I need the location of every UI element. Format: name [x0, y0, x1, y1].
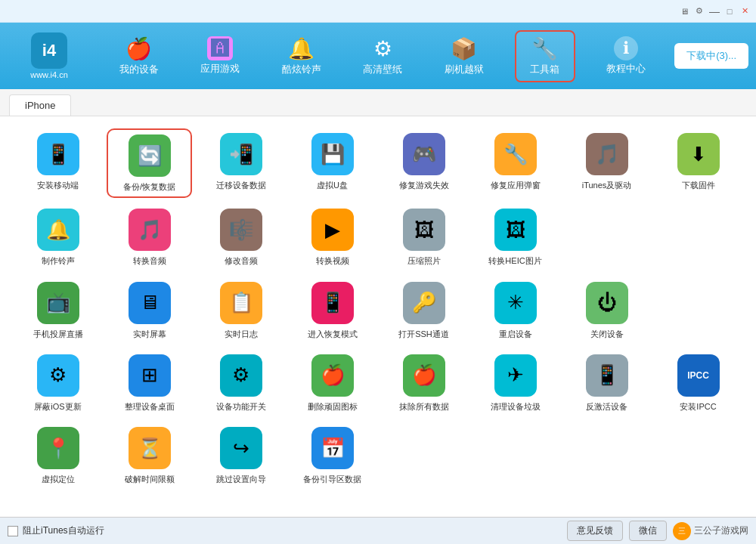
open-ssh-label: 打开SSH通道	[398, 329, 449, 339]
backup-restore-icon: 🔄	[129, 134, 171, 177]
app-games-label: 应用游戏	[200, 62, 240, 76]
tool-item-virtual-udisk[interactable]: 💾虚拟U盘	[290, 128, 375, 198]
tool-item-shutdown-device[interactable]: ⏻关闭设备	[564, 277, 649, 344]
tool-row-0: 📱安装移动端🔄备份/恢复数据📲迁移设备数据💾虚拟U盘🎮修复游戏失效🔧修复应用弹窗…	[15, 128, 741, 198]
tool-row-3: ⚙屏蔽iOS更新⊞整理设备桌面⚙设备功能开关🍎删除顽固图标🍎抹除所有数据✈清理设…	[15, 350, 741, 416]
tool-item-erase-all[interactable]: 🍎抹除所有数据	[381, 350, 466, 416]
shutdown-device-label: 关闭设备	[590, 329, 624, 339]
tool-item-delete-stubborn[interactable]: 🍎删除顽固图标	[290, 350, 375, 416]
toolbox-label: 工具箱	[530, 63, 559, 76]
tool-item-convert-video[interactable]: ▶转换视频	[290, 204, 375, 270]
fix-app-popup-label: 修复应用弹窗	[491, 180, 541, 190]
tool-item-realtime-log[interactable]: 📋实时日志	[198, 277, 284, 344]
tool-item-install-ipcc[interactable]: IPCC安装IPCC	[655, 350, 741, 416]
tool-item-open-ssh[interactable]: 🔑打开SSH通道	[381, 277, 466, 344]
tool-item-backup-guide[interactable]: 📅备份引导区数据	[290, 422, 375, 489]
wallpaper-label: 高清壁纸	[363, 63, 402, 76]
nav-app-games[interactable]: 🅰 应用游戏	[190, 32, 250, 80]
close-icon[interactable]: ✕	[739, 6, 750, 17]
itunes-label: 阻止iTunes自动运行	[23, 524, 104, 537]
nav-ringtones[interactable]: 🔔 酷炫铃声	[271, 32, 332, 81]
make-ringtone-icon: 🔔	[37, 209, 79, 251]
shutdown-device-icon: ⏻	[586, 282, 628, 324]
tool-item-edit-audio[interactable]: 🎼修改音频	[198, 204, 284, 270]
fake-location-icon: 📍	[37, 427, 79, 469]
nav-bar: 🍎 我的设备 🅰 应用游戏 🔔 酷炫铃声 ⚙ 高清壁纸 📦 刷机越狱 🔧 工具箱…	[98, 30, 667, 82]
delete-stubborn-icon: 🍎	[311, 354, 354, 397]
tool-item-break-time[interactable]: ⏳破解时间限额	[107, 422, 192, 489]
itunes-checkbox[interactable]	[8, 526, 18, 536]
break-time-label: 破解时间限额	[125, 474, 175, 484]
realtime-screen-label: 实时屏幕	[133, 329, 166, 339]
wallpaper-icon: ⚙	[373, 36, 392, 61]
tool-item-compress-photo[interactable]: 🖼压缩照片	[381, 204, 466, 270]
nav-jailbreak[interactable]: 📦 刷机越狱	[434, 32, 494, 81]
tool-item-itunes-driver[interactable]: 🎵iTunes及驱动	[564, 128, 649, 198]
tabbar: iPhone	[0, 89, 756, 116]
realtime-log-icon: 📋	[220, 282, 262, 324]
feedback-button[interactable]: 意见反馈	[567, 521, 623, 541]
open-ssh-icon: 🔑	[403, 282, 445, 324]
tool-item-download-firmware[interactable]: ⬇下载固件	[655, 128, 741, 198]
tool-item-skip-setup[interactable]: ↪跳过设置向导	[198, 422, 284, 489]
convert-video-icon: ▶	[311, 209, 354, 251]
tool-item-device-toggle[interactable]: ⚙设备功能开关	[198, 350, 284, 416]
convert-audio-icon: 🎵	[129, 209, 171, 251]
tool-item-clean-junk[interactable]: ✈清理设备垃圾	[472, 350, 558, 416]
tool-item-recovery-mode[interactable]: 📱进入恢复模式	[290, 277, 375, 344]
tool-row-1: 🔔制作铃声🎵转换音频🎼修改音频▶转换视频🖼压缩照片🖼转换HEIC图片	[15, 204, 741, 270]
nav-wallpaper[interactable]: ⚙ 高清壁纸	[352, 32, 413, 81]
main-content: 📱安装移动端🔄备份/恢复数据📲迁移设备数据💾虚拟U盘🎮修复游戏失效🔧修复应用弹窗…	[0, 116, 756, 517]
backup-restore-label: 备份/恢复数据	[123, 181, 175, 192]
download-firmware-icon: ⬇	[677, 133, 720, 175]
statusbar: 阻止iTunes自动运行 意见反馈 微信 三 三公子游戏网	[0, 517, 756, 544]
tool-item-make-ringtone[interactable]: 🔔制作铃声	[15, 204, 101, 270]
my-device-label: 我的设备	[119, 63, 159, 76]
screen-mirror-label: 手机投屏直播	[33, 329, 83, 339]
convert-heic-icon: 🖼	[494, 209, 537, 251]
tool-item-fix-game[interactable]: 🎮修复游戏失效	[381, 128, 466, 198]
tool-item-fix-app-popup[interactable]: 🔧修复应用弹窗	[472, 128, 558, 198]
tool-item-backup-restore[interactable]: 🔄备份/恢复数据	[107, 128, 192, 198]
tool-item-organize-desktop[interactable]: ⊞整理设备桌面	[107, 350, 192, 416]
delete-stubborn-label: 删除顽固图标	[308, 401, 358, 412]
block-ios-update-icon: ⚙	[37, 354, 79, 397]
weixin-button[interactable]: 微信	[629, 521, 667, 541]
convert-audio-label: 转换音频	[133, 255, 166, 266]
minimize-icon[interactable]: —	[709, 6, 720, 17]
break-time-icon: ⏳	[129, 427, 171, 469]
settings-icon[interactable]: ⚙	[694, 6, 705, 17]
monitor-icon[interactable]: 🖥	[679, 6, 689, 17]
recovery-mode-icon: 📱	[311, 282, 354, 324]
tool-item-realtime-screen[interactable]: 🖥实时屏幕	[107, 277, 192, 344]
titlebar-controls: 🖥 ⚙ — □ ✕	[679, 6, 750, 17]
my-device-icon: 🍎	[125, 36, 152, 61]
screen-mirror-icon: 📺	[37, 282, 79, 324]
maximize-icon[interactable]: □	[724, 6, 735, 17]
edit-audio-icon: 🎼	[220, 209, 262, 251]
compress-photo-icon: 🖼	[403, 209, 445, 251]
iphone-tab[interactable]: iPhone	[9, 94, 71, 116]
tool-item-block-ios-update[interactable]: ⚙屏蔽iOS更新	[15, 350, 101, 416]
make-ringtone-label: 制作铃声	[42, 255, 75, 266]
erase-all-icon: 🍎	[403, 354, 445, 397]
tool-item-migrate-data[interactable]: 📲迁移设备数据	[198, 128, 284, 198]
tool-item-install-mobile[interactable]: 📱安装移动端	[15, 128, 101, 198]
tool-item-convert-audio[interactable]: 🎵转换音频	[107, 204, 192, 270]
convert-heic-label: 转换HEIC图片	[488, 255, 541, 266]
titlebar: 🖥 ⚙ — □ ✕	[0, 0, 756, 23]
tool-item-reboot-device[interactable]: ✳重启设备	[472, 277, 558, 344]
nav-my-device[interactable]: 🍎 我的设备	[109, 32, 169, 81]
download-button[interactable]: 下载中(3)...	[674, 43, 748, 69]
tool-item-convert-heic[interactable]: 🖼转换HEIC图片	[472, 204, 558, 270]
tool-item-fake-location[interactable]: 📍虚拟定位	[15, 422, 101, 489]
toolbox-icon: 🔧	[531, 36, 558, 61]
tool-item-deactivate[interactable]: 📱反激活设备	[564, 350, 649, 416]
deactivate-label: 反激活设备	[586, 401, 627, 412]
nav-toolbox[interactable]: 🔧 工具箱	[515, 30, 575, 82]
nav-tutorial[interactable]: ℹ 教程中心	[596, 32, 656, 80]
tool-item-screen-mirror[interactable]: 📺手机投屏直播	[15, 277, 101, 344]
realtime-screen-icon: 🖥	[129, 282, 171, 324]
fix-game-label: 修复游戏失效	[399, 180, 449, 190]
status-left: 阻止iTunes自动运行	[8, 524, 104, 537]
